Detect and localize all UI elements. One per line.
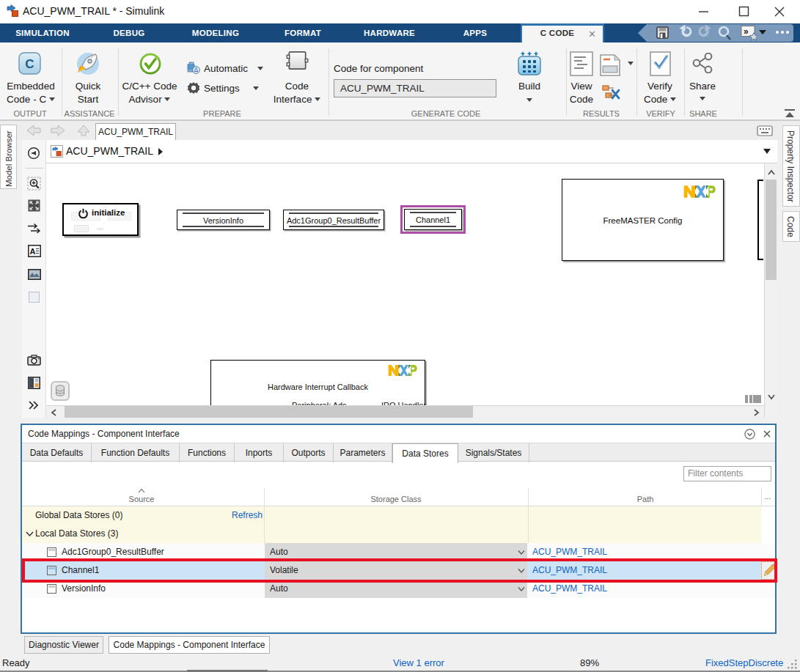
svg-text:A: A: [30, 247, 36, 256]
svg-text:»: »: [744, 26, 749, 37]
svg-text:C: C: [25, 57, 34, 71]
